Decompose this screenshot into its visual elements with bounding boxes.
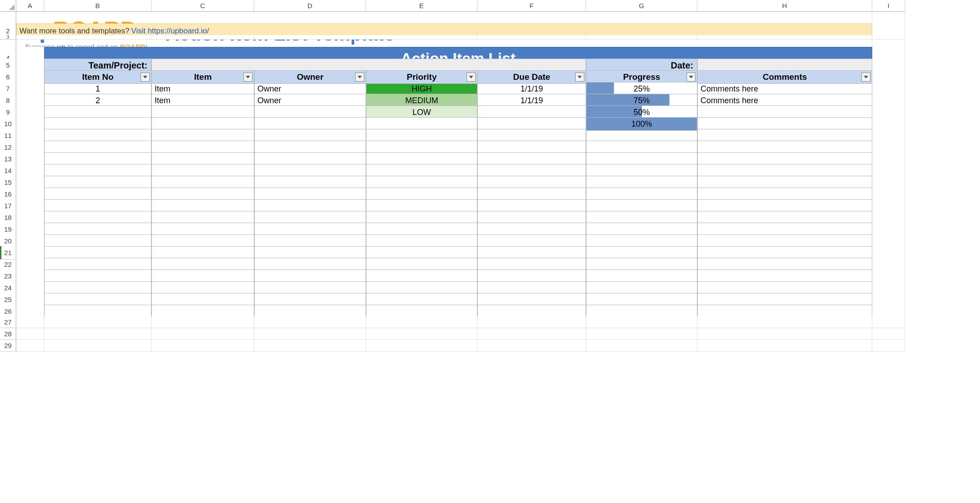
column-header[interactable]: E bbox=[366, 0, 477, 12]
filter-dropdown-button[interactable] bbox=[243, 73, 252, 82]
banner-link[interactable]: Visit https://upboard.io/ bbox=[131, 27, 209, 36]
svg-marker-2 bbox=[357, 76, 362, 78]
filter-dropdown-button[interactable] bbox=[355, 73, 364, 82]
cell[interactable] bbox=[366, 328, 477, 340]
column-header-item[interactable]: Item bbox=[151, 70, 254, 84]
svg-marker-0 bbox=[143, 76, 147, 78]
cell[interactable] bbox=[697, 316, 872, 328]
filter-dropdown-button[interactable] bbox=[861, 73, 870, 82]
column-header-comments[interactable]: Comments bbox=[697, 70, 872, 84]
column-header-priority[interactable]: Priority bbox=[366, 70, 477, 84]
column-header-due-date[interactable]: Due Date bbox=[477, 70, 586, 84]
cell[interactable] bbox=[16, 328, 44, 340]
cell[interactable] bbox=[477, 340, 586, 352]
cell[interactable] bbox=[254, 328, 366, 340]
svg-marker-3 bbox=[469, 76, 473, 78]
filter-dropdown-button[interactable] bbox=[687, 73, 696, 82]
cell[interactable] bbox=[477, 328, 586, 340]
row-header[interactable]: 29 bbox=[0, 340, 16, 352]
progress-value: 50% bbox=[633, 108, 650, 117]
svg-marker-6 bbox=[864, 76, 868, 78]
progress-bar bbox=[586, 82, 614, 95]
cell[interactable] bbox=[44, 328, 151, 340]
column-header-item-no[interactable]: Item No bbox=[44, 70, 151, 84]
row-header[interactable]: 21 bbox=[0, 246, 16, 260]
cell[interactable] bbox=[151, 340, 254, 352]
cell[interactable] bbox=[872, 316, 905, 328]
svg-marker-1 bbox=[246, 76, 250, 78]
cell[interactable] bbox=[477, 316, 586, 328]
cell[interactable] bbox=[151, 328, 254, 340]
cell[interactable] bbox=[586, 316, 697, 328]
cell[interactable] bbox=[366, 316, 477, 328]
cell[interactable] bbox=[586, 328, 697, 340]
filter-dropdown-button[interactable] bbox=[467, 73, 476, 82]
row-header[interactable]: 3 bbox=[0, 35, 16, 40]
row-header[interactable]: 28 bbox=[0, 328, 16, 340]
svg-marker-4 bbox=[577, 76, 582, 78]
filter-dropdown-button[interactable] bbox=[575, 73, 584, 82]
cell[interactable] bbox=[44, 340, 151, 352]
cell[interactable] bbox=[16, 316, 44, 328]
column-header[interactable]: H bbox=[697, 0, 872, 12]
column-header-owner[interactable]: Owner bbox=[254, 70, 366, 84]
progress-value: 100% bbox=[631, 119, 652, 129]
cell[interactable] bbox=[254, 340, 366, 352]
column-header[interactable]: D bbox=[254, 0, 366, 12]
column-header[interactable]: A bbox=[16, 0, 44, 12]
cell[interactable] bbox=[254, 316, 366, 328]
cell[interactable] bbox=[872, 328, 905, 340]
cell[interactable] bbox=[366, 340, 477, 352]
svg-marker-5 bbox=[689, 76, 693, 78]
progress-bar bbox=[586, 94, 669, 107]
column-header[interactable]: G bbox=[586, 0, 697, 12]
cell[interactable] bbox=[872, 340, 905, 352]
filter-dropdown-button[interactable] bbox=[141, 73, 150, 82]
cell[interactable] bbox=[44, 316, 151, 328]
banner-text: Want more tools and templates? bbox=[19, 27, 129, 36]
row-header[interactable]: 27 bbox=[0, 316, 16, 328]
column-header[interactable]: C bbox=[151, 0, 254, 12]
cell[interactable] bbox=[16, 340, 44, 352]
column-header[interactable]: I bbox=[872, 0, 905, 12]
column-header[interactable]: B bbox=[44, 0, 151, 12]
column-header[interactable]: F bbox=[477, 0, 586, 12]
cell[interactable] bbox=[697, 340, 872, 352]
cell[interactable] bbox=[697, 328, 872, 340]
progress-value: 75% bbox=[633, 96, 650, 105]
cell[interactable] bbox=[151, 316, 254, 328]
progress-value: 25% bbox=[633, 84, 650, 94]
cell[interactable] bbox=[586, 340, 697, 352]
cell-progress[interactable]: 100% bbox=[586, 117, 697, 131]
